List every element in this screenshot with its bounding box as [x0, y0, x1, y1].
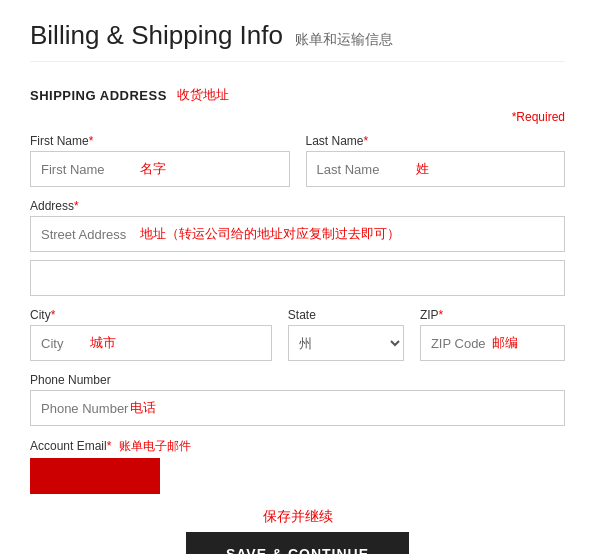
section-label: SHIPPING ADDRESS [30, 88, 167, 103]
address-label: Address* [30, 199, 565, 213]
address2-group [30, 260, 565, 296]
address2-input[interactable] [30, 260, 565, 296]
page-title-section: Billing & Shipping Info 账单和运输信息 [30, 20, 565, 62]
phone-group: Phone Number 电话 [30, 373, 565, 426]
first-name-label: First Name* [30, 134, 290, 148]
section-label-cn: 收货地址 [177, 86, 229, 104]
save-continue-button[interactable]: SAVE & CONTINUE [186, 532, 409, 554]
first-name-input[interactable] [30, 151, 290, 187]
last-name-label: Last Name* [306, 134, 566, 148]
required-note: *Required [30, 110, 565, 124]
phone-label: Phone Number [30, 373, 565, 387]
city-group: City* 城市 [30, 308, 272, 361]
city-input[interactable] [30, 325, 272, 361]
email-group: Account Email* 账单电子邮件 [30, 438, 565, 494]
page-title-main: Billing & Shipping Info [30, 20, 283, 51]
last-name-group: Last Name* 姓 [306, 134, 566, 187]
section-header: SHIPPING ADDRESS 收货地址 [30, 86, 565, 104]
state-label: State [288, 308, 404, 322]
email-label: Account Email* 账单电子邮件 [30, 438, 565, 455]
state-select[interactable]: 州 AL AK AZ CA CO FL GA NY TX [288, 325, 404, 361]
save-button-container: SAVE & CONTINUE [30, 532, 565, 554]
phone-input[interactable] [30, 390, 565, 426]
zip-label: ZIP* [420, 308, 565, 322]
name-row: First Name* 名字 Last Name* 姓 [30, 134, 565, 187]
save-hint: 保存并继续 [30, 508, 565, 526]
page-title-sub: 账单和运输信息 [295, 31, 393, 49]
city-state-zip-row: City* 城市 State 州 AL AK AZ CA CO FL GA NY… [30, 308, 565, 361]
email-input[interactable] [30, 458, 160, 494]
zip-group: ZIP* 邮编 [420, 308, 565, 361]
first-name-group: First Name* 名字 [30, 134, 290, 187]
address-input[interactable] [30, 216, 565, 252]
address-group: Address* 地址（转运公司给的地址对应复制过去即可） [30, 199, 565, 252]
last-name-input[interactable] [306, 151, 566, 187]
state-group: State 州 AL AK AZ CA CO FL GA NY TX [288, 308, 404, 361]
city-label: City* [30, 308, 272, 322]
zip-input[interactable] [420, 325, 565, 361]
shipping-address-section: SHIPPING ADDRESS 收货地址 *Required First Na… [30, 86, 565, 494]
